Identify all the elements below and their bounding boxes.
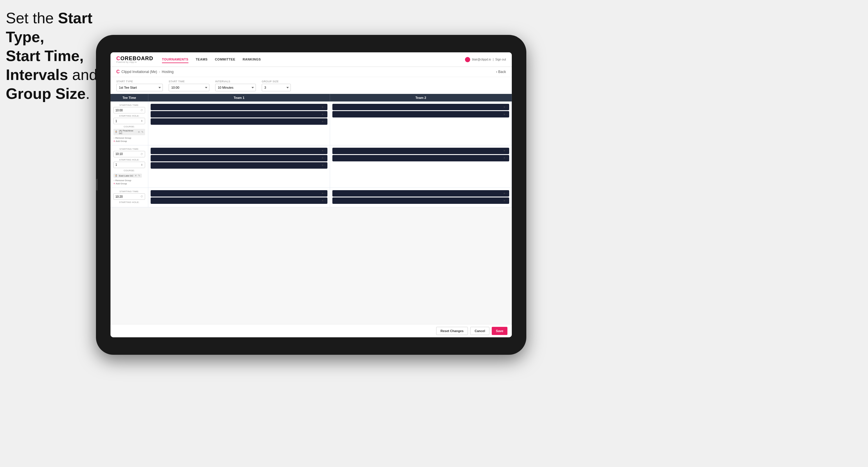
tablet-frame: COREBOARD Powered by clipp.io TOURNAMENT… bbox=[96, 35, 526, 355]
time-stepper-2[interactable]: ⏱ bbox=[141, 153, 143, 156]
remove-group-1[interactable]: ○ Remove Group bbox=[114, 137, 145, 139]
course-tag-1: 🏌 (A) Peachtree GC ✕ ✎ bbox=[114, 129, 145, 135]
nav-tournaments[interactable]: TOURNAMENTS bbox=[162, 56, 188, 63]
starting-time-label: STARTING TIME: bbox=[114, 104, 145, 106]
course-tag-remove-1[interactable]: ✕ bbox=[138, 130, 140, 133]
group-size-field: Group Size 3 bbox=[262, 80, 291, 91]
player-slot[interactable]: ✕ ⋯ bbox=[151, 148, 328, 154]
annotation-text: Set the Start Type, Start Time, Interval… bbox=[6, 9, 99, 103]
sign-out-link[interactable]: Sign out bbox=[495, 58, 506, 61]
course-tag-edit-1[interactable]: ✎ bbox=[141, 130, 144, 133]
player-slot[interactable]: ✕ ⋯ bbox=[332, 148, 509, 154]
add-group-1[interactable]: + Add Group bbox=[114, 139, 145, 143]
start-time-field: Start Time 10:00 bbox=[169, 80, 209, 91]
nav-committee[interactable]: COMMITTEE bbox=[215, 56, 236, 63]
table-row: STARTING TIME: 10:00 ⏱ STARTING HOLE: 1 … bbox=[111, 101, 512, 146]
remove-group-2[interactable]: ○ Remove Group bbox=[114, 179, 145, 182]
nav-teams[interactable]: TEAMS bbox=[196, 56, 208, 63]
player-slot[interactable]: ✕ ⋯ bbox=[151, 111, 328, 118]
breadcrumb-icon: C bbox=[116, 69, 120, 74]
save-button[interactable]: Save bbox=[492, 327, 507, 335]
table-row: STARTING TIME: 10:10 ⏱ STARTING HOLE: 1 … bbox=[111, 146, 512, 188]
player-slot[interactable]: ✕ ⋯ bbox=[151, 118, 328, 125]
player-slot[interactable]: ✕ ⋯ bbox=[332, 190, 509, 196]
cancel-button[interactable]: Cancel bbox=[470, 327, 489, 335]
intervals-label: Intervals bbox=[215, 80, 256, 83]
logo: COREBOARD Powered by clipp.io bbox=[116, 56, 153, 63]
add-group-2[interactable]: + Add Group bbox=[114, 182, 145, 185]
starting-hole-label: STARTING HOLE: bbox=[114, 115, 145, 117]
hole-stepper-1[interactable]: ⬍ bbox=[141, 120, 143, 122]
hole-stepper-2[interactable]: ⬍ bbox=[141, 163, 143, 166]
th-team2: Team 2 bbox=[330, 94, 512, 101]
player-slot[interactable]: ✕ ⋯ bbox=[151, 197, 328, 204]
course-tag-2: 🏌 East Lake GC ✕ ✎ bbox=[114, 174, 142, 178]
table-header: Tee Time Team 1 Team 2 bbox=[111, 94, 512, 101]
start-type-label: Start Type bbox=[116, 80, 163, 83]
team2-cell-1: ✕ ⋯ ✕ ⋯ bbox=[330, 101, 512, 145]
course-tag-edit-2[interactable]: ✎ bbox=[138, 174, 141, 177]
starting-time-input-2[interactable]: 10:10 ⏱ bbox=[114, 151, 145, 157]
back-button[interactable]: ‹ Back bbox=[496, 70, 506, 74]
start-type-field: Start Type 1st Tee Start bbox=[116, 80, 163, 91]
time-stepper-1[interactable]: ⏱ bbox=[141, 109, 143, 112]
user-avatar bbox=[465, 57, 470, 62]
th-tee-time: Tee Time bbox=[111, 94, 148, 101]
team1-cell-1: ✕ ⋯ ✕ ⋯ ✕ ⋯ bbox=[148, 101, 330, 145]
intervals-field: Intervals 10 Minutes bbox=[215, 80, 256, 91]
nav-rankings[interactable]: RANKINGS bbox=[243, 56, 261, 63]
player-slot[interactable]: ✕ ⋯ bbox=[332, 104, 509, 110]
starting-time-input-3[interactable]: 10:20 ⏱ bbox=[114, 193, 145, 200]
group-size-select[interactable]: 3 bbox=[262, 84, 291, 91]
starting-time-input-1[interactable]: 10:00 ⏱ bbox=[114, 107, 145, 114]
reset-button[interactable]: Reset Changes bbox=[436, 327, 468, 335]
starting-hole-input-2[interactable]: 1 ⬍ bbox=[114, 162, 145, 168]
breadcrumb-bar: C Clippd Invitational (Me) › Hosting ‹ B… bbox=[111, 67, 512, 77]
content-area: STARTING TIME: 10:00 ⏱ STARTING HOLE: 1 … bbox=[111, 101, 512, 324]
player-slot[interactable]: ✕ ⋯ bbox=[151, 190, 328, 196]
team1-cell-2: ✕ ⋯ ✕ ⋯ ✕ ⋯ bbox=[148, 146, 330, 188]
group-left-2: STARTING TIME: 10:10 ⏱ STARTING HOLE: 1 … bbox=[111, 146, 148, 188]
starting-time-label: STARTING TIME: bbox=[114, 190, 145, 193]
start-time-label: Start Time bbox=[169, 80, 209, 83]
player-slot[interactable]: ✕ ⋯ bbox=[151, 104, 328, 110]
player-slot[interactable]: ✕ ⋯ bbox=[151, 162, 328, 169]
nav-user: blair@clippd.io | Sign out bbox=[465, 57, 506, 62]
player-slot[interactable]: ✕ ⋯ bbox=[332, 197, 509, 204]
config-row: Start Type 1st Tee Start Start Time 10:0… bbox=[111, 77, 512, 94]
starting-hole-label: STARTING HOLE: bbox=[114, 201, 145, 204]
footer-bar: Reset Changes Cancel Save bbox=[111, 324, 512, 337]
course-label: COURSE: bbox=[114, 125, 145, 128]
start-type-select[interactable]: 1st Tee Start bbox=[116, 84, 163, 91]
tablet-screen: COREBOARD Powered by clipp.io TOURNAMENT… bbox=[111, 52, 512, 337]
start-time-select[interactable]: 10:00 bbox=[169, 84, 209, 91]
breadcrumb-section: Hosting bbox=[162, 70, 174, 74]
breadcrumb: C Clippd Invitational (Me) › Hosting bbox=[116, 69, 174, 74]
group-size-label: Group Size bbox=[262, 80, 291, 83]
starting-hole-label: STARTING HOLE: bbox=[114, 158, 145, 161]
group-left-1: STARTING TIME: 10:00 ⏱ STARTING HOLE: 1 … bbox=[111, 101, 148, 145]
time-stepper-3[interactable]: ⏱ bbox=[141, 195, 143, 198]
table-row: STARTING TIME: 10:20 ⏱ STARTING HOLE: ✕ … bbox=[111, 188, 512, 207]
nav-links: TOURNAMENTS TEAMS COMMITTEE RANKINGS bbox=[162, 56, 465, 63]
team2-cell-2: ✕ ⋯ ✕ ⋯ bbox=[330, 146, 512, 188]
player-slot[interactable]: ✕ ⋯ bbox=[151, 155, 328, 161]
navbar: COREBOARD Powered by clipp.io TOURNAMENT… bbox=[111, 52, 512, 67]
intervals-select[interactable]: 10 Minutes bbox=[215, 84, 256, 91]
player-slot[interactable]: ✕ ⋯ bbox=[332, 111, 509, 118]
team1-cell-3: ✕ ⋯ ✕ ⋯ bbox=[148, 188, 330, 207]
player-slot[interactable]: ✕ ⋯ bbox=[332, 155, 509, 161]
th-team1: Team 1 bbox=[148, 94, 330, 101]
starting-time-label: STARTING TIME: bbox=[114, 148, 145, 150]
group-left-3: STARTING TIME: 10:20 ⏱ STARTING HOLE: bbox=[111, 188, 148, 207]
course-label: COURSE: bbox=[114, 169, 145, 172]
course-tag-remove-2[interactable]: ✕ bbox=[135, 174, 137, 177]
tournament-name[interactable]: Clippd Invitational (Me) bbox=[122, 70, 157, 74]
starting-hole-input-1[interactable]: 1 ⬍ bbox=[114, 118, 145, 124]
team2-cell-3: ✕ ⋯ ✕ ⋯ bbox=[330, 188, 512, 207]
